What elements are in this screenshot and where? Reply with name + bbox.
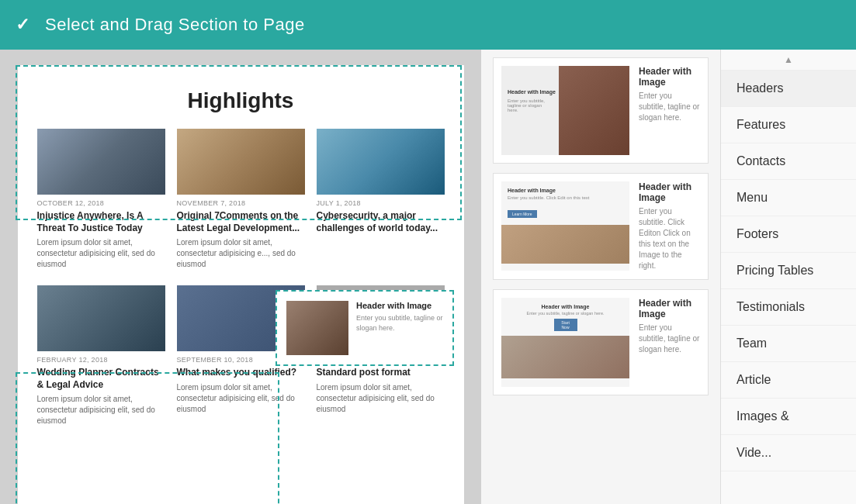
thumb-img-area [501, 225, 629, 264]
section-card-inner: Header with Image Enter you subtitle. Cl… [494, 174, 708, 279]
blog-image [37, 129, 165, 195]
drag-preview-card[interactable]: Header with Image Enter you subtitle, ta… [276, 290, 454, 366]
thumb-subtitle-text: Enter you subtitle, tagline or slogan he… [508, 98, 550, 112]
section-card[interactable]: Header with Image Enter you subtitle, ta… [493, 57, 709, 164]
thumb-header-image: Header with Image Enter you subtitle, ta… [501, 66, 629, 155]
section-desc: Enter you subtitle, tagline or slogan he… [639, 91, 700, 123]
thumb-title-text: Header with Image [508, 89, 556, 95]
drag-preview-text: Header with Image Enter you subtitle, ta… [356, 301, 443, 333]
center-panel[interactable]: Header with Image Enter you subtitle, ta… [481, 50, 720, 504]
section-info: Header with Image Enter you subtitle. Cl… [639, 181, 700, 271]
blog-image [37, 285, 165, 351]
section-info: Header with Image Enter you subtitle, ta… [639, 298, 700, 355]
thumb-subtitle: Enter you subtitle. Click Edit on this t… [508, 195, 623, 202]
section-card[interactable]: Header with Image Enter you subtitle. Cl… [493, 173, 709, 280]
left-panel: Highlights OCTOBER 12, 2018 Injustice An… [0, 50, 481, 504]
drag-preview-subtitle: Enter you subtitle, tagline or slogan he… [356, 313, 443, 333]
sidebar-item-contacts[interactable]: Contacts [721, 143, 856, 180]
blog-date: OCTOBER 12, 2018 [37, 199, 165, 207]
blog-headline: Cybersecurity, a major challenges of wor… [317, 210, 445, 234]
sidebar-item-headers[interactable]: Headers [721, 71, 856, 107]
highlights-title: Highlights [37, 88, 445, 113]
page-preview: Highlights OCTOBER 12, 2018 Injustice An… [18, 65, 464, 504]
drag-preview-image [286, 301, 348, 355]
top-bar: ✓ Select and Drag Section to Page [0, 0, 856, 50]
blog-item: FEBRUARY 12, 2018 Wedding Planner Contra… [37, 285, 165, 426]
section-thumbnail: Header with Image Enter you subtitle, ta… [501, 298, 629, 387]
page-title: Select and Drag Section to Page [45, 15, 305, 35]
blog-headline: Wedding Planner Contracts & Legal Advice [37, 367, 165, 391]
scroll-up-button[interactable]: ▲ [721, 50, 856, 71]
section-card-inner: Header with Image Enter you subtitle, ta… [494, 58, 708, 163]
thumb-image-area [559, 66, 629, 155]
section-title: Header with Image [639, 66, 700, 88]
section-title: Header with Image [639, 298, 700, 319]
section-desc: Enter you subtitle. Click Editon Click o… [639, 206, 700, 271]
blog-headline: Original 7Comments on the Latest Legal D… [177, 210, 305, 234]
section-card-inner: Header with Image Enter you subtitle, ta… [494, 290, 708, 395]
sidebar-item-footers[interactable]: Footers [721, 216, 856, 253]
thumb-title: Header with Image [501, 298, 629, 311]
sidebar-item-team[interactable]: Team [721, 326, 856, 362]
blog-excerpt: Lorem ipsum dolor sit amet, consectetur … [317, 382, 445, 415]
blog-date: JULY 1, 2018 [317, 199, 445, 207]
thumb-img-area [501, 336, 629, 378]
section-info: Header with Image Enter you subtitle, ta… [639, 66, 700, 123]
section-card[interactable]: Header with Image Enter you subtitle, ta… [493, 289, 709, 395]
thumb-title: Header with Image [508, 188, 623, 193]
sidebar-item-pricing-tables[interactable]: Pricing Tables [721, 253, 856, 289]
sidebar-item-features[interactable]: Features [721, 107, 856, 143]
blog-grid-row1: OCTOBER 12, 2018 Injustice Anywhere, Is … [37, 129, 445, 270]
blog-excerpt: Lorem ipsum dolor sit amet, consectetur … [177, 237, 305, 270]
sidebar-item-video[interactable]: Vide... [721, 435, 856, 471]
thumb-button: Learn More [508, 210, 537, 218]
sidebar-item-menu[interactable]: Menu [721, 180, 856, 216]
blog-headline: Injustice Anywhere, Is A Threat To Justi… [37, 210, 165, 234]
right-sidebar: ▲ Headers Features Contacts Menu Footers… [720, 50, 856, 504]
blog-item: OCTOBER 12, 2018 Injustice Anywhere, Is … [37, 129, 165, 270]
drag-preview-title: Header with Image [356, 301, 443, 310]
thumb-content: Header with Image Enter you subtitle. Cl… [501, 181, 629, 225]
thumb-header-2: Header with Image Enter you subtitle. Cl… [501, 181, 629, 271]
section-thumbnail: Header with Image Enter you subtitle. Cl… [501, 181, 629, 271]
sidebar-item-testimonials[interactable]: Testimonials [721, 289, 856, 326]
blog-date: NOVEMBER 7, 2018 [177, 199, 305, 207]
blog-image [177, 129, 305, 195]
blog-excerpt: Lorem ipsum dolor sit amet, consectetur … [177, 382, 305, 415]
thumb-subtitle: Enter you subtitle, tagline or slogan he… [501, 311, 629, 319]
blog-excerpt: Lorem ipsum dolor sit amet, consectetur … [37, 394, 165, 426]
check-icon: ✓ [16, 15, 29, 35]
section-thumbnail: Header with Image Enter you subtitle, ta… [501, 66, 629, 155]
main-content: Highlights OCTOBER 12, 2018 Injustice An… [0, 50, 856, 504]
sidebar-item-article[interactable]: Article [721, 362, 856, 399]
blog-date: FEBRUARY 12, 2018 [37, 356, 165, 364]
section-title: Header with Image [639, 181, 700, 203]
sidebar-item-images[interactable]: Images & [721, 399, 856, 435]
blog-headline: Standard post format [317, 367, 445, 379]
blog-item: NOVEMBER 7, 2018 Original 7Comments on t… [177, 129, 305, 270]
blog-excerpt: Lorem ipsum dolor sit amet, consectetur … [37, 237, 165, 270]
thumb-header-3: Header with Image Enter you subtitle, ta… [501, 298, 629, 387]
section-desc: Enter you subtitle, tagline or slogan he… [639, 323, 700, 355]
blog-item: JULY 1, 2018 Cybersecurity, a major chal… [317, 129, 445, 270]
thumb-button: Start Now [554, 319, 577, 331]
blog-headline: What makes you qualified? [177, 367, 305, 379]
blog-image [317, 129, 445, 195]
